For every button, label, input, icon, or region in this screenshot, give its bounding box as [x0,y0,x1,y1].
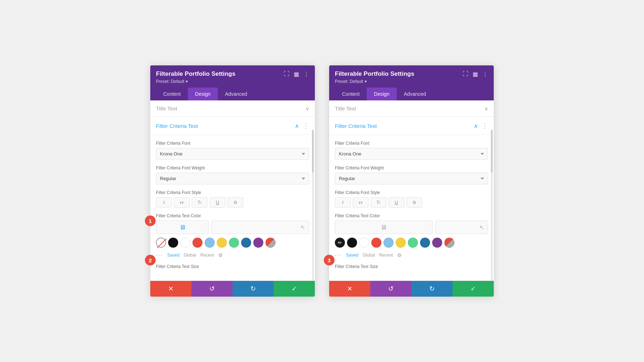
font-select-right[interactable]: Krona One [335,148,488,160]
resize-icon[interactable]: ⛶ [284,71,289,77]
tab-advanced-left[interactable]: Advanced [218,88,254,100]
title-text-section-right[interactable]: Title Text ∨ [329,100,494,117]
saved-tab-left[interactable]: Saved [167,253,179,258]
font-field-left: Filter Criteria Font Krona One [156,141,309,160]
style-label-left: Filter Criteria Font Style [156,190,309,195]
style-buttons-left: I TT Tr U S [156,197,309,208]
swatch-red-left[interactable] [192,238,203,248]
collapse-icon-right[interactable]: ∧ [474,123,478,129]
swatch-black-left[interactable] [168,238,178,248]
confirm-button-right[interactable]: ✓ [453,281,494,297]
more-icon-right[interactable]: ⋮ [482,71,488,78]
swatch-gradient-right[interactable] [444,238,454,248]
options-icon-left[interactable]: ⋮ [303,122,309,130]
panel-left-title-row: Filterable Portfolio Settings ⛶ ▦ ⋮ [156,70,309,78]
style-field-right: Filter Criteria Font Style I TT Tr U S [335,190,488,208]
swatch-yellow-right[interactable] [396,238,406,248]
scrollbar-right[interactable] [491,130,493,281]
color-dots-right[interactable]: ··· [335,252,342,258]
color-input-value-left[interactable]: ↖ [211,220,309,234]
collapse-icon-left[interactable]: ∧ [295,123,299,129]
scrollbar-thumb-right[interactable] [491,130,493,173]
gear-icon-right[interactable]: ⚙ [397,252,402,258]
swatch-lightblue-right[interactable] [384,238,394,248]
confirm-button-left[interactable]: ✓ [274,281,315,297]
redo-button-right[interactable]: ↻ [411,281,453,297]
swatch-red-right[interactable] [371,238,381,248]
color-picker-row-left: 🖥 ↖ [156,220,309,234]
size-field-right: Filter Criteria Text Size [335,264,488,269]
swatch-white-left[interactable] [180,238,190,248]
undo-button-left[interactable]: ↺ [191,281,233,297]
scrollbar-thumb-left[interactable] [312,130,314,173]
panel-right: Filterable Portfolio Settings ⛶ ▦ ⋮ Pres… [329,65,494,297]
more-icon[interactable]: ⋮ [303,71,309,78]
swatch-picker-right[interactable]: ✏ [335,238,345,248]
tab-content-right[interactable]: Content [335,88,367,100]
swatch-blue-right[interactable] [420,238,430,248]
color-input-desktop-right[interactable]: 🖥 [335,220,433,234]
global-tab-left[interactable]: Global [184,253,196,258]
weight-select-right[interactable]: Regular [335,173,488,184]
uppercase-btn-left[interactable]: TT [174,197,190,208]
resize-icon-right[interactable]: ⛶ [463,71,468,77]
color-input-desktop-left[interactable]: 🖥 [156,220,209,234]
swatch-green-right[interactable] [408,238,418,248]
italic-btn-right[interactable]: I [335,197,351,208]
recent-tab-left[interactable]: Recent [200,253,214,258]
filter-criteria-icons-right: ∧ ⋮ [474,122,488,130]
italic-btn-left[interactable]: I [156,197,172,208]
panel-right-wrapper: 3 Filterable Portfolio Settings ⛶ ▦ ⋮ Pr… [329,65,494,297]
color-dots-left[interactable]: ··· [156,252,163,258]
style-buttons-right: I TT Tr U S [335,197,488,208]
title-text-label-left: Title Text [156,105,177,111]
options-icon-right[interactable]: ⋮ [482,122,488,130]
tab-content-left[interactable]: Content [156,88,188,100]
tab-design-right[interactable]: Design [367,88,397,100]
underline-btn-right[interactable]: U [389,197,404,208]
cancel-button-right[interactable]: ✕ [329,281,370,297]
panel-left: Filterable Portfolio Settings ⛶ ▦ ⋮ Pres… [150,65,315,297]
color-swatches-left [156,238,309,248]
strikethrough-btn-right[interactable]: S [406,197,422,208]
global-tab-right[interactable]: Global [362,253,375,258]
undo-button-right[interactable]: ↺ [370,281,411,297]
swatch-transparent-left[interactable] [156,238,166,248]
swatch-white-right[interactable] [359,238,369,248]
size-label-left: Filter Criteria Text Size [156,264,309,269]
swatch-gradient-left[interactable] [265,238,275,248]
recent-tab-right[interactable]: Recent [379,253,393,258]
chevron-down-icon-left: ∨ [306,106,309,111]
panel-right-header: Filterable Portfolio Settings ⛶ ▦ ⋮ Pres… [329,65,494,100]
swatch-green-left[interactable] [229,238,239,248]
scrollbar-left[interactable] [312,130,314,281]
swatch-black-right[interactable] [347,238,357,248]
tab-advanced-right[interactable]: Advanced [397,88,433,100]
weight-label-right: Filter Criteria Font Weight [335,165,488,170]
swatch-blue-left[interactable] [241,238,251,248]
saved-tab-right[interactable]: Saved [346,253,358,258]
weight-select-left[interactable]: Regular [156,173,309,184]
swatch-purple-left[interactable] [253,238,263,248]
filter-criteria-header-right: Filter Criteria Text ∧ ⋮ [329,117,494,135]
swatch-purple-right[interactable] [432,238,442,248]
color-tabs-right: ··· Saved Global Recent ⚙ [335,251,488,258]
capitalize-btn-left[interactable]: Tr [192,197,208,208]
color-label-right: Filter Criteria Text Color [335,213,488,218]
swatch-lightblue-left[interactable] [205,238,215,248]
color-input-value-right[interactable]: ↖ [435,220,488,234]
capitalize-btn-right[interactable]: Tr [371,197,386,208]
columns-icon[interactable]: ▦ [294,71,299,78]
columns-icon-right[interactable]: ▦ [473,71,478,78]
gear-icon-left[interactable]: ⚙ [218,252,223,258]
cancel-button-left[interactable]: ✕ [150,281,191,297]
font-select-left[interactable]: Krona One [156,148,309,160]
underline-btn-left[interactable]: U [210,197,225,208]
tab-design-left[interactable]: Design [188,88,218,100]
filter-criteria-icons-left: ∧ ⋮ [295,122,309,130]
strikethrough-btn-left[interactable]: S [228,197,243,208]
title-text-section-left[interactable]: Title Text ∨ [150,100,315,117]
redo-button-left[interactable]: ↻ [233,281,274,297]
uppercase-btn-right[interactable]: TT [353,197,369,208]
swatch-yellow-left[interactable] [217,238,227,248]
